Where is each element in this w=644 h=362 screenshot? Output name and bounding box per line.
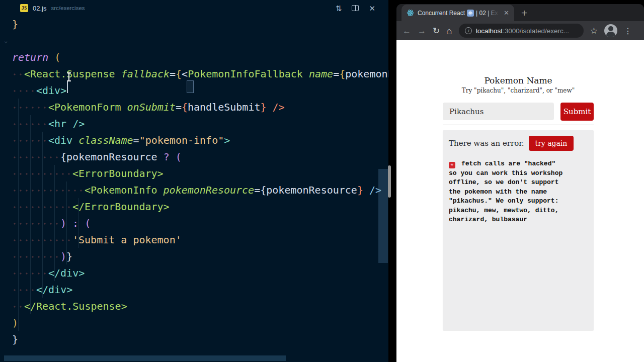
javascript-file-icon: JS xyxy=(20,4,28,12)
indent-guide xyxy=(54,165,55,281)
code-editor-window: JS 02.js src/exercises ⇅ ✕ }return (<Rea… xyxy=(0,0,388,362)
text-caret xyxy=(67,81,68,93)
url-path: :3000/isolated/exerc... xyxy=(503,27,569,35)
code-area[interactable]: }return (<React.Suspense fallback={<Poke… xyxy=(0,16,388,348)
address-bar[interactable]: i localhost:3000/isolated/exerc... xyxy=(459,24,584,38)
url-text: localhost:3000/isolated/exerc... xyxy=(476,27,569,35)
code-line[interactable]: 'Submit a pokemon' xyxy=(0,232,388,248)
vertical-scrollbar[interactable] xyxy=(378,169,388,263)
indent-guide xyxy=(18,99,19,331)
form-divider xyxy=(443,125,594,125)
close-editor-icon[interactable]: ✕ xyxy=(369,5,375,12)
code-line[interactable]: </React.Suspense> xyxy=(0,298,388,315)
alarm-icon: ✳ xyxy=(449,162,455,168)
reload-icon[interactable]: ↻ xyxy=(433,27,440,35)
code-line[interactable]: </ErrorBoundary> xyxy=(0,199,388,215)
code-line[interactable]: <hr /> xyxy=(0,116,388,132)
code-line[interactable]: ) xyxy=(0,315,388,331)
code-line[interactable]: <React.Suspense fallback={<PokemonInfoFa… xyxy=(0,66,388,82)
tab-title: Concurrent React xyxy=(418,10,465,17)
code-line[interactable]: <PokemonForm onSubmit={handleSubmit} /> xyxy=(0,99,388,116)
atom-emoji-icon xyxy=(467,10,474,17)
bracket-match-highlight xyxy=(187,80,194,93)
browser-toolbar: ← → ↻ ⌂ i localhost:3000/isolated/exerc.… xyxy=(396,21,644,40)
bookmark-star-icon[interactable]: ☆ xyxy=(590,26,598,36)
code-line[interactable]: </div> xyxy=(0,265,388,282)
editor-filepath: src/exercises xyxy=(51,5,85,11)
code-lines: }return (<React.Suspense fallback={<Poke… xyxy=(0,16,388,348)
split-editor-icon[interactable] xyxy=(352,5,359,11)
tab-title-fade xyxy=(486,10,499,17)
indent-guide xyxy=(78,198,79,248)
pokemon-name-input[interactable] xyxy=(443,103,554,120)
mouse-ibeam-cursor xyxy=(66,72,72,82)
tab-close-icon[interactable]: ✕ xyxy=(503,9,510,17)
code-line[interactable]: {pokemonResource ? ( xyxy=(0,149,388,165)
pokemon-form: Submit xyxy=(443,103,594,121)
indent-guide xyxy=(42,132,43,298)
editor-titlebar: JS 02.js src/exercises ⇅ ✕ xyxy=(0,0,388,16)
url-host: localhost xyxy=(476,27,503,35)
code-line[interactable]: ) : ( xyxy=(0,215,388,232)
error-lead-text: There was an error. xyxy=(449,139,524,148)
code-line[interactable]: return ( xyxy=(0,49,388,66)
horizontal-scrollbar[interactable] xyxy=(4,355,286,361)
error-panel: There was an error. try again ✳fetch cal… xyxy=(443,130,594,330)
code-line[interactable]: <div className="pokemon-info"> xyxy=(0,132,388,149)
page-title: Pokemon Name xyxy=(443,75,594,85)
try-again-button[interactable]: try again xyxy=(529,136,574,151)
code-line[interactable]: } xyxy=(0,16,388,33)
editor-filename: 02.js xyxy=(33,5,46,12)
overlay-scrollbar-handle[interactable] xyxy=(388,165,391,198)
code-line[interactable]: } xyxy=(0,331,388,348)
code-line[interactable]: <PokemonInfo pokemonResource={pokemonRes… xyxy=(0,182,388,199)
home-icon[interactable]: ⌂ xyxy=(446,26,452,36)
indent-guide xyxy=(66,182,67,264)
indent-guide xyxy=(30,115,31,314)
code-line[interactable]: <div> xyxy=(0,82,388,99)
browser-window: Concurrent React | 02 | Ex ✕ + ← → xyxy=(396,4,644,362)
browser-tab[interactable]: Concurrent React | 02 | Ex ✕ xyxy=(401,5,514,21)
compare-changes-icon[interactable]: ⇅ xyxy=(336,5,342,12)
new-tab-button[interactable]: + xyxy=(521,7,527,19)
submit-button[interactable]: Submit xyxy=(560,103,594,121)
react-favicon xyxy=(407,9,414,17)
error-message-text: fetch calls are "hacked" so you can work… xyxy=(449,160,562,223)
browser-menu-icon[interactable]: ⋮ xyxy=(624,26,632,36)
error-message: ✳fetch calls are "hacked" so you can wor… xyxy=(449,159,566,225)
site-info-icon[interactable]: i xyxy=(465,27,472,34)
code-line[interactable]: <ErrorBoundary> xyxy=(0,165,388,182)
web-page: Pokemon Name Try "pikachu", "charizard",… xyxy=(396,40,644,362)
back-icon[interactable]: ← xyxy=(403,27,411,35)
page-subtitle: Try "pikachu", "charizard", or "mew" xyxy=(443,87,594,94)
code-line[interactable]: </div> xyxy=(0,282,388,298)
fold-chevron-icon[interactable]: ⌄ xyxy=(4,33,8,49)
code-line[interactable]: )} xyxy=(0,248,388,265)
forward-icon[interactable]: → xyxy=(418,27,426,35)
tab-strip: Concurrent React | 02 | Ex ✕ + xyxy=(396,4,644,21)
profile-avatar[interactable] xyxy=(604,24,617,37)
code-line[interactable] xyxy=(0,33,388,49)
